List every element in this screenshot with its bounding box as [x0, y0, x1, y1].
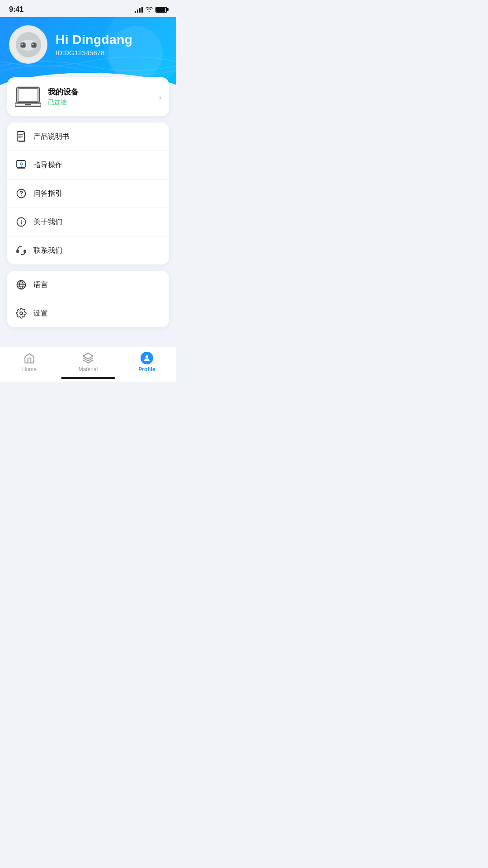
status-icons [135, 6, 167, 13]
faq-icon [15, 188, 27, 199]
device-status: 已连接 [48, 99, 152, 107]
device-icon [14, 85, 42, 108]
signal-icon [135, 6, 143, 13]
menu-group-2: 语言 设置 [7, 271, 169, 327]
menu-label-faq: 问答指引 [33, 189, 161, 198]
avatar[interactable] [9, 25, 47, 64]
info-icon [15, 216, 27, 228]
menu-item-language[interactable]: 语言 [7, 271, 169, 299]
svg-point-22 [21, 254, 22, 255]
profile-info: Hi Dingdang ID:DG12345678 [56, 33, 167, 57]
device-card[interactable]: 我的设备 已连接 › [7, 77, 169, 116]
profile-nav-icon [141, 352, 153, 364]
svg-point-4 [21, 43, 23, 45]
menu-item-about[interactable]: 关于我们 [7, 208, 169, 236]
home-icon [23, 352, 36, 364]
svg-point-3 [21, 43, 25, 47]
device-info: 我的设备 已连接 [48, 87, 152, 107]
profile-id: ID:DG12345678 [56, 49, 167, 57]
nav-label-profile: Profile [138, 366, 155, 373]
language-icon [15, 279, 27, 291]
svg-point-7 [32, 43, 33, 45]
battery-icon [155, 7, 167, 13]
bottom-nav: Home Material Profile [0, 347, 176, 382]
laptop-icon [15, 86, 41, 108]
menu-item-faq[interactable]: 问答指引 [7, 179, 169, 208]
device-title: 我的设备 [48, 87, 152, 97]
menu-item-guide[interactable]: 指导操作 [7, 151, 169, 179]
menu-item-product-manual[interactable]: 产品说明书 [7, 123, 169, 151]
guide-icon [15, 159, 27, 171]
menu-label-contact: 联系我们 [33, 246, 161, 255]
menu-label-product-manual: 产品说明书 [33, 132, 161, 142]
menu-label-settings: 设置 [33, 309, 161, 318]
profile-name: Hi Dingdang [56, 33, 167, 47]
wifi-icon [145, 7, 153, 12]
svg-point-19 [21, 220, 22, 221]
content: 我的设备 已连接 › 产品说明书 [0, 77, 176, 327]
chevron-right-icon: › [159, 92, 162, 102]
nav-item-material[interactable]: Material [59, 352, 117, 373]
svg-point-15 [20, 163, 23, 165]
headset-icon [15, 245, 27, 256]
menu-item-settings[interactable]: 设置 [7, 299, 169, 327]
svg-point-24 [145, 355, 148, 358]
svg-rect-10 [18, 89, 38, 101]
nav-item-home[interactable]: Home [0, 352, 59, 373]
menu-label-guide: 指导操作 [33, 160, 161, 170]
svg-rect-9 [17, 87, 39, 103]
svg-point-6 [32, 43, 36, 47]
menu-label-about: 关于我们 [33, 217, 161, 227]
status-time: 9:41 [9, 5, 23, 14]
nav-item-profile[interactable]: Profile [117, 352, 176, 373]
nav-label-home: Home [22, 366, 37, 373]
settings-icon [15, 307, 27, 319]
avatar-robot-icon [13, 29, 44, 61]
document-icon [15, 131, 27, 142]
menu-label-language: 语言 [33, 280, 161, 290]
nav-label-material: Material [79, 366, 98, 373]
svg-point-17 [21, 195, 22, 196]
profile-row: Hi Dingdang ID:DG12345678 [9, 25, 167, 64]
status-bar: 9:41 [0, 0, 176, 17]
svg-rect-12 [25, 104, 31, 105]
material-icon [82, 352, 94, 364]
home-indicator [61, 377, 115, 379]
menu-item-contact[interactable]: 联系我们 [7, 236, 169, 264]
menu-group-1: 产品说明书 指导操作 问答指引 [7, 123, 169, 264]
